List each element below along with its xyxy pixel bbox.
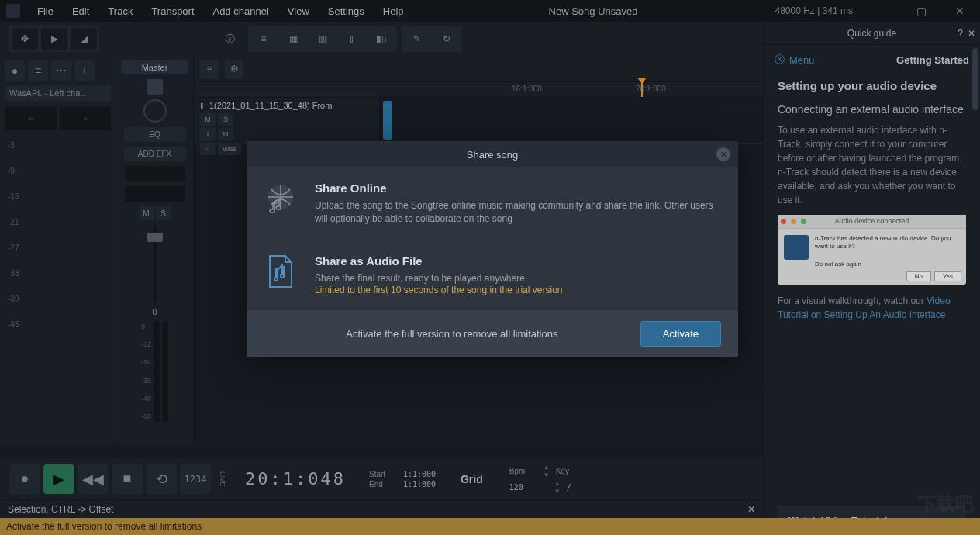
activate-button[interactable]: Activate (640, 321, 721, 347)
share-song-dialog: Share song ✕ Share Online Upload the son… (247, 141, 738, 357)
dialog-footer: Activate the full version to remove all … (247, 310, 738, 357)
option-title: Share as Audio File (315, 254, 563, 268)
option-title: Share Online (315, 181, 721, 195)
dialog-title: Share song ✕ (247, 141, 738, 167)
share-online-option[interactable]: Share Online Upload the song to the Song… (247, 167, 738, 240)
footer-text: Activate the full version to remove all … (264, 328, 640, 340)
option-description: Upload the song to the Songtree online m… (315, 199, 721, 226)
file-icon (264, 254, 298, 288)
share-audio-file-option[interactable]: Share as Audio File Share the final resu… (247, 240, 738, 311)
globe-icon (264, 181, 298, 216)
option-limitation: Limited to the first 10 seconds of the s… (315, 285, 563, 295)
dialog-close-button[interactable]: ✕ (716, 147, 730, 161)
option-description: Share the final result, ready to be play… (315, 272, 563, 285)
